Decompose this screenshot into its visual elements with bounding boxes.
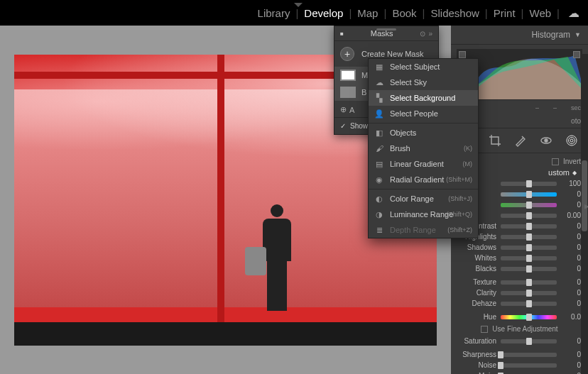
drag-handle-icon[interactable] (376, 28, 396, 31)
subject-icon: ▦ (374, 62, 384, 72)
color-range-icon: ◐ (374, 194, 384, 204)
saturation-slider[interactable] (501, 339, 557, 343)
menu-color-range[interactable]: ◐Color Range(Shift+J) (369, 191, 478, 207)
histogram-header[interactable]: Histogram ▼ (451, 26, 588, 45)
clip-highlight-icon[interactable] (573, 51, 580, 58)
right-scrollbar[interactable] (581, 54, 588, 374)
highlights-slider[interactable] (501, 235, 557, 239)
invert-checkbox[interactable] (552, 158, 559, 165)
shadows-slider[interactable] (501, 246, 557, 250)
linear-gradient-icon: ▤ (374, 159, 384, 169)
contrast-slider[interactable] (501, 224, 557, 229)
menu-select-subject[interactable]: ▦Select Subject (369, 59, 478, 75)
svg-point-3 (569, 138, 575, 144)
menu-radial-gradient[interactable]: ◉Radial Gradient(Shift+M) (369, 172, 478, 187)
invert-label: Invert (563, 158, 581, 165)
menu-brush[interactable]: 🖌Brush(K) (369, 141, 478, 156)
module-picker: Library | Develop | Map | Book | Slidesh… (0, 0, 588, 26)
tint-slider[interactable] (501, 203, 557, 207)
panel-options-icon[interactable]: ⊙ (420, 30, 425, 38)
clarity-slider[interactable] (501, 291, 557, 295)
nav-modules: Library | Develop | Map | Book | Slidesh… (258, 6, 579, 20)
redeye-tool-icon[interactable] (540, 134, 552, 147)
histogram-title: Histogram (531, 30, 570, 40)
objects-icon: ◧ (374, 128, 384, 138)
temp-slider[interactable] (501, 192, 557, 197)
menu-linear-gradient[interactable]: ▤Linear Gradient(M) (369, 156, 478, 172)
depth-icon: ≣ (374, 225, 384, 235)
collapse-icon[interactable]: » (428, 30, 432, 38)
brush-icon: 🖌 (374, 143, 384, 153)
sky-icon: ☁ (374, 77, 384, 87)
background-icon: ▚ (374, 93, 384, 103)
fine-adjust-label: Use Fine Adjustment (492, 325, 557, 333)
nav-library[interactable]: Library (258, 7, 290, 19)
people-icon: 👤 (374, 109, 384, 119)
mask-tool-icon[interactable] (565, 134, 578, 147)
dehaze-slider[interactable] (501, 302, 557, 306)
blacks-slider[interactable] (501, 267, 557, 271)
clip-shadow-icon[interactable] (459, 51, 466, 58)
menu-select-people[interactable]: 👤Select People (369, 106, 478, 121)
workspace: Histogram ▼ ––sec oto oundInvert ustom (0, 26, 588, 374)
nav-slideshow[interactable]: Slideshow (430, 7, 479, 19)
nav-develop[interactable]: Develop (304, 7, 343, 19)
mask-thumb-icon (340, 70, 356, 81)
menu-objects[interactable]: ◧Objects (369, 125, 478, 141)
amount-slider[interactable] (501, 182, 557, 186)
plus-icon: + (340, 47, 354, 61)
crop-tool-icon[interactable] (489, 134, 501, 147)
whites-slider[interactable] (501, 256, 557, 260)
disclosure-triangle-icon[interactable]: ▼ (575, 31, 581, 38)
texture-slider[interactable] (501, 280, 557, 285)
radial-gradient-icon: ◉ (374, 175, 384, 185)
nav-book[interactable]: Book (392, 7, 416, 19)
exposure-slider[interactable] (501, 214, 557, 218)
masks-header[interactable]: ■ Masks ⊙» (334, 26, 438, 41)
mask-thumb-icon (340, 87, 356, 98)
nav-web[interactable]: Web (530, 7, 552, 19)
menu-depth-range: ≣Depth Range(Shift+Z) (369, 222, 478, 238)
hue-slider[interactable] (501, 315, 557, 319)
nav-map[interactable]: Map (357, 7, 378, 19)
cloud-sync-icon[interactable]: ☁ (568, 6, 579, 20)
mask-context-menu: ▦Select Subject ☁Select Sky ▚Select Back… (368, 58, 479, 238)
noise-slider[interactable] (501, 363, 557, 368)
menu-luminance-range[interactable]: ◑Luminance Range(Shift+Q) (369, 207, 478, 222)
svg-point-4 (570, 139, 573, 142)
fine-adjust-checkbox[interactable] (481, 326, 488, 333)
check-icon: ✓ (340, 122, 346, 130)
svg-point-1 (545, 139, 548, 142)
nav-print[interactable]: Print (494, 7, 516, 19)
expand-chevron-icon[interactable]: ▸ (584, 200, 588, 211)
luminance-icon: ◑ (374, 209, 384, 219)
add-small-icon: ⊕ (340, 105, 347, 114)
menu-select-background[interactable]: ▚Select Background (369, 90, 478, 106)
sharpness-slider[interactable] (501, 353, 557, 357)
heal-tool-icon[interactable] (514, 134, 527, 147)
collapse-triangle-icon[interactable] (294, 3, 303, 7)
menu-select-sky[interactable]: ☁Select Sky (369, 75, 478, 90)
